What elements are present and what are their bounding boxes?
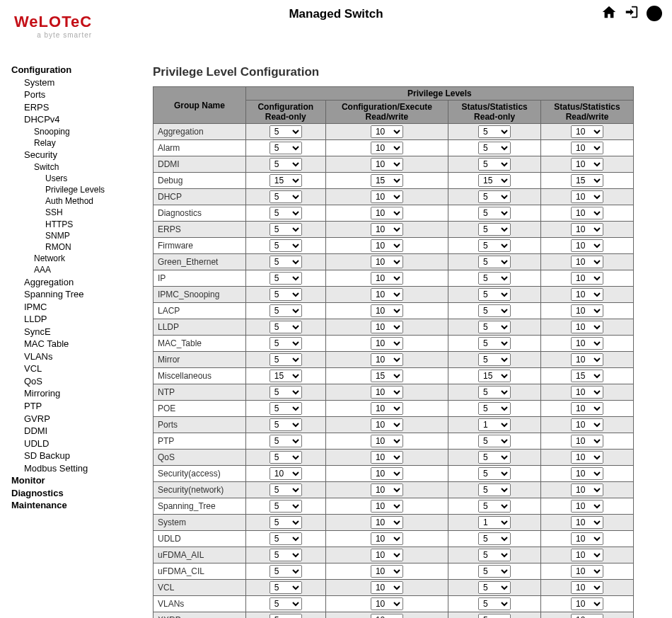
level-select[interactable]: 5: [270, 190, 302, 203]
level-select[interactable]: 10: [571, 402, 603, 415]
nav-item[interactable]: QoS: [11, 375, 146, 388]
level-select[interactable]: 10: [571, 190, 603, 203]
level-select[interactable]: 5: [270, 451, 302, 464]
nav-item[interactable]: Ports: [11, 88, 146, 101]
level-select[interactable]: 15: [270, 174, 302, 187]
level-select[interactable]: 10: [371, 256, 403, 268]
level-select[interactable]: 5: [478, 597, 511, 610]
level-select[interactable]: 5: [270, 597, 302, 610]
level-select[interactable]: 5: [478, 272, 511, 285]
level-select[interactable]: 10: [571, 353, 603, 366]
help-icon[interactable]: ?: [647, 6, 662, 21]
level-select[interactable]: 5: [478, 288, 511, 301]
level-select[interactable]: 10: [371, 500, 403, 513]
level-select[interactable]: 10: [371, 337, 403, 350]
level-select[interactable]: 5: [478, 223, 511, 236]
level-select[interactable]: 15: [270, 370, 302, 382]
level-select[interactable]: 10: [371, 190, 403, 203]
level-select[interactable]: 5: [478, 565, 511, 578]
level-select[interactable]: 10: [571, 272, 603, 285]
level-select[interactable]: 1: [478, 516, 511, 529]
nav-item[interactable]: Monitor: [11, 474, 146, 487]
level-select[interactable]: 1: [478, 418, 511, 431]
level-select[interactable]: 10: [571, 223, 603, 236]
nav-item[interactable]: Users: [11, 173, 146, 184]
level-select[interactable]: 5: [478, 239, 511, 252]
nav-item[interactable]: Configuration: [11, 64, 146, 76]
nav-item[interactable]: UDLD: [11, 437, 146, 450]
nav-item[interactable]: Spanning Tree: [11, 288, 146, 301]
level-select[interactable]: 10: [571, 304, 603, 317]
level-select[interactable]: 10: [371, 483, 403, 496]
level-select[interactable]: 5: [478, 483, 511, 496]
level-select[interactable]: 10: [371, 272, 403, 285]
level-select[interactable]: 5: [478, 304, 511, 317]
level-select[interactable]: 10: [371, 321, 403, 333]
nav-item[interactable]: LLDP: [11, 313, 146, 326]
level-select[interactable]: 5: [478, 532, 511, 545]
level-select[interactable]: 10: [371, 158, 403, 171]
level-select[interactable]: 5: [270, 142, 302, 154]
level-select[interactable]: 5: [478, 402, 511, 415]
level-select[interactable]: 10: [371, 353, 403, 366]
level-select[interactable]: 10: [571, 337, 603, 350]
level-select[interactable]: 5: [478, 256, 511, 268]
level-select[interactable]: 10: [371, 549, 403, 561]
level-select[interactable]: 10: [571, 467, 603, 480]
level-select[interactable]: 10: [571, 386, 603, 399]
level-select[interactable]: 5: [478, 321, 511, 333]
level-select[interactable]: 10: [371, 386, 403, 399]
level-select[interactable]: 5: [478, 142, 511, 154]
level-select[interactable]: 10: [571, 532, 603, 545]
nav-item[interactable]: Privilege Levels: [11, 184, 146, 195]
level-select[interactable]: 5: [478, 549, 511, 561]
level-select[interactable]: 5: [270, 125, 302, 138]
home-icon[interactable]: [601, 4, 617, 23]
nav-item[interactable]: VLANs: [11, 350, 146, 363]
level-select[interactable]: 10: [371, 223, 403, 236]
nav-item[interactable]: MAC Table: [11, 338, 146, 350]
level-select[interactable]: 5: [478, 158, 511, 171]
level-select[interactable]: 5: [270, 402, 302, 415]
nav-item[interactable]: AAA: [11, 264, 146, 275]
level-select[interactable]: 5: [270, 386, 302, 399]
level-select[interactable]: 10: [571, 435, 603, 447]
level-select[interactable]: 5: [478, 500, 511, 513]
level-select[interactable]: 5: [270, 337, 302, 350]
level-select[interactable]: 10: [571, 158, 603, 171]
level-select[interactable]: 10: [571, 288, 603, 301]
level-select[interactable]: 15: [571, 174, 603, 187]
level-select[interactable]: 10: [571, 239, 603, 252]
level-select[interactable]: 5: [270, 565, 302, 578]
level-select[interactable]: 10: [371, 467, 403, 480]
nav-item[interactable]: Mirroring: [11, 387, 146, 400]
level-select[interactable]: 5: [270, 321, 302, 333]
level-select[interactable]: 10: [371, 402, 403, 415]
level-select[interactable]: 10: [371, 565, 403, 578]
level-select[interactable]: 10: [571, 549, 603, 561]
level-select[interactable]: 5: [478, 467, 511, 480]
level-select[interactable]: 5: [270, 207, 302, 219]
level-select[interactable]: 10: [371, 125, 403, 138]
level-select[interactable]: 5: [270, 435, 302, 447]
level-select[interactable]: 10: [571, 256, 603, 268]
level-select[interactable]: 10: [371, 532, 403, 545]
nav-item[interactable]: SyncE: [11, 326, 146, 338]
level-select[interactable]: 10: [371, 418, 403, 431]
nav-item[interactable]: Auth Method: [11, 195, 146, 207]
nav-item[interactable]: Network: [11, 253, 146, 264]
level-select[interactable]: 5: [478, 386, 511, 399]
nav-item[interactable]: VCL: [11, 362, 146, 375]
nav-item[interactable]: HTTPS: [11, 219, 146, 230]
level-select[interactable]: 10: [371, 207, 403, 219]
level-select[interactable]: 5: [270, 223, 302, 236]
level-select[interactable]: 15: [478, 174, 511, 187]
level-select[interactable]: 10: [571, 516, 603, 529]
nav-item[interactable]: SNMP: [11, 230, 146, 241]
level-select[interactable]: 5: [270, 418, 302, 431]
level-select[interactable]: 10: [371, 516, 403, 529]
level-select[interactable]: 5: [478, 581, 511, 594]
level-select[interactable]: 5: [270, 581, 302, 594]
level-select[interactable]: 10: [571, 483, 603, 496]
level-select[interactable]: 10: [371, 239, 403, 252]
